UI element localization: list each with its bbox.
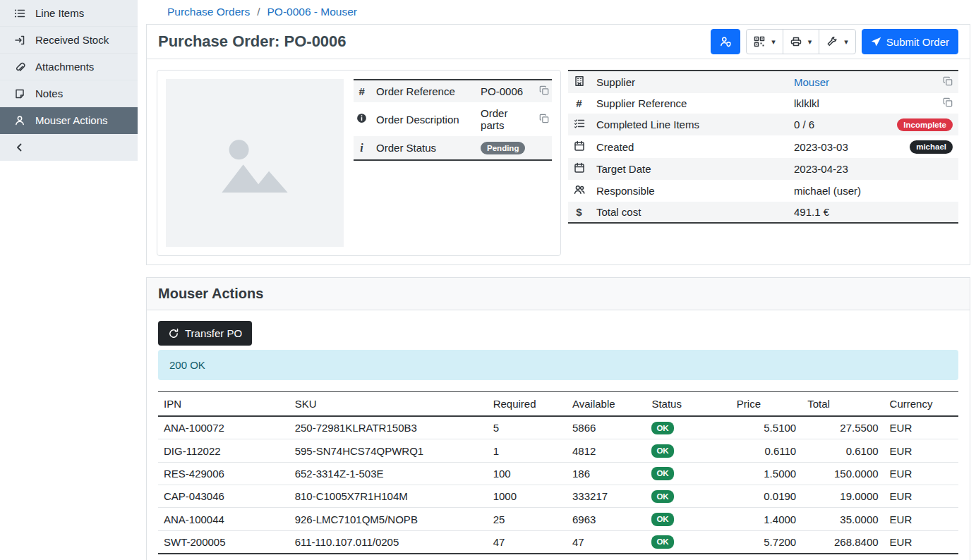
order-actions-button[interactable]: ▾ (819, 29, 856, 54)
table-cell: 150.0000 (834, 468, 879, 480)
info-circle-icon (356, 113, 367, 123)
table-footer-row: Total501.0000 (158, 554, 958, 560)
order-info-row: #Order ReferencePO-0006 (354, 80, 552, 102)
table-row: RES-429006652-3314Z-1-503E100186OK1.5000… (158, 462, 958, 485)
table-cell: 810-C1005X7R1H104M (295, 490, 408, 502)
copy-icon[interactable] (943, 76, 953, 86)
info-italic-icon: i (356, 142, 367, 154)
order-summary-box: #Order ReferencePO-0006Order Description… (157, 70, 561, 256)
column-header: Price (731, 392, 802, 417)
table-cell: 250-72981KLRATR150B3 (295, 422, 417, 434)
column-header: Status (646, 392, 730, 417)
supplier-info-row: Target Date2023-04-23 (568, 158, 958, 180)
column-header: Total (802, 392, 884, 417)
table-cell: EUR (890, 445, 912, 457)
table-cell: DIG-112022 (164, 445, 221, 457)
detail-label: Supplier (596, 76, 635, 88)
supplier-info-row: Completed Line Items0 / 6Incomplete (568, 114, 958, 135)
table-row: SWT-200005611-110.107.011/02054747OK5.72… (158, 530, 958, 554)
sidebar-item-mouser-actions[interactable]: Mouser Actions (0, 107, 138, 134)
table-cell: 611-110.107.011/0205 (295, 536, 399, 548)
note-icon (14, 88, 25, 99)
submit-order-button[interactable]: Submit Order (862, 29, 958, 54)
detail-label: Completed Line Items (596, 118, 699, 130)
transfer-po-button[interactable]: Transfer PO (158, 321, 252, 346)
sidebar-item-received-stock[interactable]: Received Stock (0, 27, 138, 54)
status-badge: Incomplete (897, 118, 953, 132)
user-icon (14, 115, 25, 126)
print-actions-button[interactable]: ▾ (783, 29, 820, 54)
panel-body: Transfer PO 200 OK IPNSKURequiredAvailab… (147, 310, 970, 560)
table-cell: 595-SN74HCS74QPWRQ1 (295, 445, 424, 457)
status-badge: OK (651, 490, 673, 504)
column-header: SKU (289, 392, 488, 417)
order-info-row: iOrder StatusPending (354, 136, 552, 160)
table-cell: EUR (890, 513, 912, 525)
table-cell: 0.6100 (846, 445, 879, 457)
status-badge: michael (910, 140, 953, 154)
hash-icon: # (356, 85, 367, 97)
table-cell: 6963 (572, 513, 596, 525)
user-shield-icon (720, 36, 731, 47)
barcode-actions-button[interactable]: ▾ (746, 29, 783, 54)
table-cell: SWT-200005 (164, 536, 226, 548)
status-badge: OK (651, 422, 673, 435)
breadcrumb-link-current-order[interactable]: PO-0006 - Mouser (267, 6, 357, 18)
detail-value: 0 / 6 (794, 118, 814, 130)
status-badge: OK (651, 513, 673, 526)
breadcrumb-link-purchase-orders[interactable]: Purchase Orders (167, 6, 250, 18)
footer-total-value: 501.0000 (802, 554, 884, 560)
sidebar-item-label: Line Items (35, 7, 84, 19)
status-badge: Pending (481, 142, 525, 155)
sidebar-item-notes[interactable]: Notes (0, 80, 138, 107)
parts-table-header-row: IPNSKURequiredAvailableStatusPriceTotalC… (158, 392, 958, 417)
table-cell: 652-3314Z-1-503E (295, 468, 384, 480)
sidebar-item-line-items[interactable]: Line Items (0, 0, 138, 27)
table-cell: EUR (890, 490, 912, 502)
calendar-icon (574, 140, 585, 152)
dollar-icon: $ (574, 206, 584, 218)
breadcrumb: Purchase Orders / PO-0006 - Mouser (146, 0, 970, 24)
sign-in-icon (14, 35, 25, 46)
table-cell: 47 (493, 536, 505, 548)
table-cell: 25 (493, 513, 505, 525)
detail-label: Supplier Reference (596, 97, 687, 109)
page-title: Purchase Order: PO-0006 (158, 32, 347, 51)
supplier-link[interactable]: Mouser (794, 76, 829, 88)
table-cell: 27.5500 (840, 422, 878, 434)
building-icon (574, 75, 585, 87)
copy-icon[interactable] (539, 85, 549, 95)
panel-title: Mouser Actions (158, 286, 958, 302)
status-alert: 200 OK (158, 350, 958, 380)
table-cell: 0.0190 (764, 490, 796, 502)
list-icon (14, 8, 25, 19)
table-cell: RES-429006 (164, 468, 224, 480)
table-cell: CAP-043046 (164, 490, 224, 502)
users-icon (574, 184, 585, 195)
supplier-info-table: SupplierMouser#Supplier Referencelklklkl… (568, 70, 958, 224)
table-cell: 1.5000 (764, 468, 796, 480)
sidebar-item-label: Mouser Actions (35, 114, 108, 126)
table-cell: EUR (890, 468, 912, 480)
table-cell: EUR (890, 422, 912, 434)
main-content: Purchase Orders / PO-0006 - Mouser Purch… (138, 0, 976, 560)
panel-header: Mouser Actions (147, 278, 970, 310)
status-badge: OK (651, 535, 673, 549)
header-button-group: ▾▾▾ (746, 29, 856, 54)
detail-value: PO-0006 (481, 85, 523, 97)
table-cell: ANA-100072 (164, 422, 224, 434)
printer-icon (790, 36, 802, 47)
copy-icon[interactable] (539, 114, 549, 123)
detail-value: 2023-03-03 (794, 141, 848, 153)
refresh-icon (168, 328, 179, 339)
sidebar-item-label: Attachments (35, 61, 94, 73)
caret-down-icon: ▾ (843, 38, 848, 46)
supplier-info-row: $Total cost491.1 € (568, 202, 958, 223)
user-shield-button[interactable] (711, 29, 740, 54)
copy-icon[interactable] (943, 97, 953, 107)
sidebar-collapse-button[interactable] (0, 134, 138, 161)
table-cell: ANA-100044 (164, 513, 224, 525)
sidebar-item-attachments[interactable]: Attachments (0, 54, 138, 80)
paperclip-icon (14, 61, 25, 73)
order-image-placeholder (166, 79, 344, 247)
